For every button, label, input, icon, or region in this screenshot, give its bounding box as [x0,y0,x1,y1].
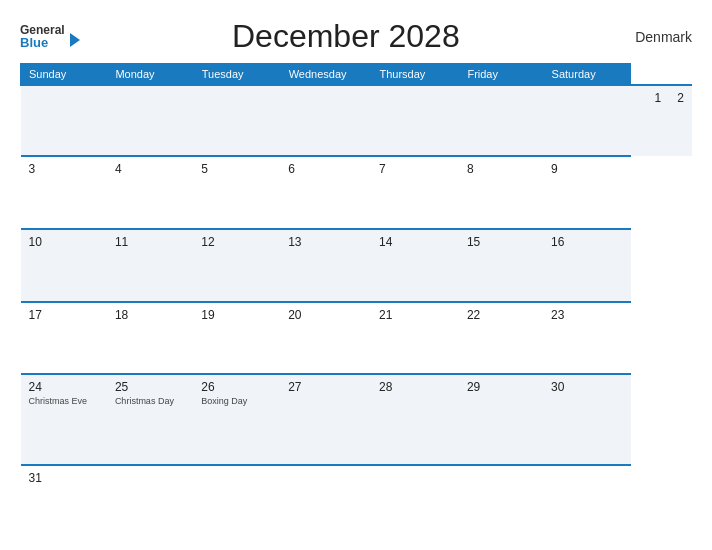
calendar-day-cell [543,85,630,156]
logo-triangle-icon [70,33,80,47]
day-number: 20 [288,308,363,322]
logo-blue-text: Blue [20,36,65,49]
day-number: 19 [201,308,272,322]
logo: General Blue [20,24,80,49]
day-number: 16 [551,235,622,249]
calendar-day-cell [459,465,543,536]
day-number: 2 [677,91,684,105]
calendar-week-row: 24Christmas Eve25Christmas Day26Boxing D… [21,374,693,465]
calendar-day-cell: 24Christmas Eve [21,374,107,465]
calendar-day-cell: 22 [459,302,543,375]
calendar-day-cell: 28 [371,374,459,465]
day-number: 18 [115,308,185,322]
weekday-header: Thursday [371,64,459,86]
day-number: 10 [29,235,99,249]
calendar-day-cell: 23 [543,302,630,375]
day-number: 23 [551,308,622,322]
calendar-day-cell: 31 [21,465,107,536]
calendar-day-cell [280,465,371,536]
day-number: 14 [379,235,451,249]
day-number: 27 [288,380,363,394]
calendar-day-cell [193,465,280,536]
calendar-day-cell: 13 [280,229,371,302]
calendar-header: General Blue December 2028 Denmark [20,18,692,55]
calendar-day-cell: 29 [459,374,543,465]
country-label: Denmark [612,29,692,45]
weekday-header-row: SundayMondayTuesdayWednesdayThursdayFrid… [21,64,693,86]
calendar-day-cell [107,85,193,156]
calendar-day-cell: 6 [280,156,371,229]
holiday-label: Christmas Eve [29,396,99,406]
calendar-day-cell: 8 [459,156,543,229]
calendar-day-cell: 5 [193,156,280,229]
calendar-day-cell: 20 [280,302,371,375]
day-number: 9 [551,162,622,176]
calendar-day-cell: 9 [543,156,630,229]
calendar-day-cell: 7 [371,156,459,229]
calendar-day-cell: 1 [647,85,670,156]
weekday-header: Tuesday [193,64,280,86]
day-number: 29 [467,380,535,394]
calendar-day-cell: 2 [669,85,692,156]
calendar-day-cell [280,85,371,156]
calendar-day-cell: 19 [193,302,280,375]
day-number: 30 [551,380,622,394]
weekday-header: Monday [107,64,193,86]
calendar-day-cell: 3 [21,156,107,229]
day-number: 12 [201,235,272,249]
calendar-day-cell: 12 [193,229,280,302]
calendar-day-cell: 15 [459,229,543,302]
calendar-day-cell [21,85,107,156]
day-number: 24 [29,380,99,394]
calendar-day-cell [459,85,543,156]
day-number: 31 [29,471,99,485]
calendar-day-cell: 18 [107,302,193,375]
weekday-header: Wednesday [280,64,371,86]
day-number: 1 [655,91,662,105]
day-number: 26 [201,380,272,394]
day-number: 25 [115,380,185,394]
day-number: 21 [379,308,451,322]
calendar-day-cell: 16 [543,229,630,302]
calendar-day-cell: 25Christmas Day [107,374,193,465]
holiday-label: Boxing Day [201,396,272,406]
calendar-day-cell: 4 [107,156,193,229]
calendar-day-cell [371,465,459,536]
page-title: December 2028 [80,18,612,55]
weekday-header: Sunday [21,64,107,86]
day-number: 15 [467,235,535,249]
calendar-day-cell: 21 [371,302,459,375]
day-number: 4 [115,162,185,176]
weekday-header: Saturday [543,64,630,86]
calendar-day-cell: 27 [280,374,371,465]
calendar-day-cell: 14 [371,229,459,302]
calendar-day-cell [107,465,193,536]
calendar-day-cell [543,465,630,536]
calendar-week-row: 12 [21,85,693,156]
day-number: 3 [29,162,99,176]
calendar-week-row: 31 [21,465,693,536]
day-number: 11 [115,235,185,249]
calendar-day-cell: 17 [21,302,107,375]
calendar-week-row: 3456789 [21,156,693,229]
calendar-day-cell: 26Boxing Day [193,374,280,465]
day-number: 6 [288,162,363,176]
calendar-day-cell [371,85,459,156]
day-number: 22 [467,308,535,322]
holiday-label: Christmas Day [115,396,185,406]
calendar-week-row: 17181920212223 [21,302,693,375]
calendar-table: SundayMondayTuesdayWednesdayThursdayFrid… [20,63,692,536]
calendar-day-cell [631,85,647,156]
calendar-day-cell: 10 [21,229,107,302]
day-number: 7 [379,162,451,176]
calendar-day-cell: 11 [107,229,193,302]
day-number: 28 [379,380,451,394]
day-number: 8 [467,162,535,176]
calendar-week-row: 10111213141516 [21,229,693,302]
calendar-day-cell: 30 [543,374,630,465]
day-number: 17 [29,308,99,322]
weekday-header: Friday [459,64,543,86]
day-number: 5 [201,162,272,176]
day-number: 13 [288,235,363,249]
calendar-day-cell [193,85,280,156]
